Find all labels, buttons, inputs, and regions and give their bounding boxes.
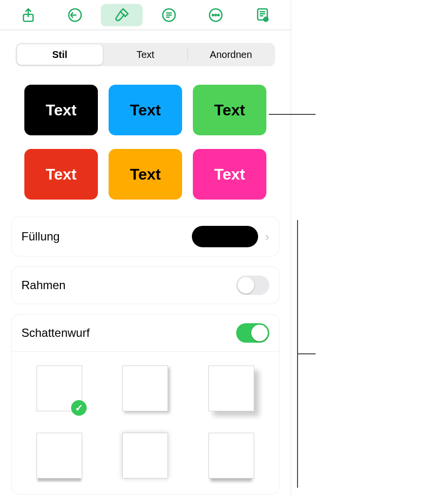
undo-button[interactable] [54, 4, 96, 26]
read-mode-button[interactable] [242, 4, 283, 26]
svg-point-9 [265, 18, 267, 20]
callout-line-2-horizontal [297, 353, 316, 354]
format-brush-icon [113, 7, 130, 23]
style-preset-6[interactable]: Text [193, 149, 266, 200]
shadow-card: Schattenwurf [12, 314, 279, 494]
share-button[interactable] [7, 4, 49, 26]
toolbar [0, 0, 291, 30]
shadow-option-3[interactable] [208, 366, 254, 411]
fill-row[interactable]: Füllung › [12, 217, 279, 256]
fill-color-swatch [192, 226, 258, 247]
read-mode-icon [254, 7, 271, 23]
shadow-toggle[interactable] [236, 323, 269, 343]
undo-icon [67, 7, 83, 23]
tab-bar-container: Stil Text Anordnen [0, 30, 291, 66]
style-preset-2[interactable]: Text [109, 85, 182, 135]
tab-style[interactable]: Stil [17, 44, 103, 65]
list-icon [161, 7, 177, 23]
shadow-option-4[interactable] [37, 433, 82, 478]
style-preset-grid: Text Text Text Text Text Text [0, 66, 291, 204]
svg-point-6 [218, 14, 219, 16]
border-label: Rahmen [21, 278, 236, 292]
callout-line-1 [269, 114, 316, 115]
share-icon [20, 7, 37, 23]
toggle-knob [251, 325, 268, 341]
style-preset-4[interactable]: Text [24, 149, 98, 200]
shadow-row: Schattenwurf [12, 314, 279, 352]
tab-text[interactable]: Text [103, 44, 188, 65]
style-settings: Füllung › Rahmen Schattenwurf [0, 204, 291, 494]
toggle-knob [238, 277, 254, 294]
style-preset-3[interactable]: Text [193, 85, 266, 135]
fill-label: Füllung [21, 230, 192, 243]
shadow-option-1[interactable] [37, 366, 82, 411]
tab-arrange[interactable]: Anordnen [188, 44, 274, 65]
svg-point-4 [212, 14, 214, 16]
fill-card: Füllung › [12, 217, 279, 256]
more-icon [207, 7, 224, 23]
insert-button[interactable] [148, 4, 190, 26]
more-button[interactable] [195, 4, 237, 26]
border-toggle[interactable] [236, 276, 269, 295]
shadow-option-5[interactable] [122, 433, 168, 478]
shadow-option-2[interactable] [122, 366, 168, 411]
shadow-option-6[interactable] [208, 433, 254, 478]
border-row: Rahmen [12, 267, 279, 304]
chevron-right-icon: › [265, 229, 269, 244]
border-card: Rahmen [12, 267, 279, 304]
shadow-options-grid [12, 352, 279, 494]
tab-bar: Stil Text Anordnen [16, 43, 275, 66]
format-panel: Stil Text Anordnen Text Text Text Text T… [0, 0, 291, 496]
svg-point-5 [215, 14, 216, 16]
format-button[interactable] [101, 4, 143, 26]
shadow-label: Schattenwurf [21, 326, 236, 340]
style-preset-1[interactable]: Text [24, 85, 98, 135]
style-preset-5[interactable]: Text [109, 149, 182, 200]
